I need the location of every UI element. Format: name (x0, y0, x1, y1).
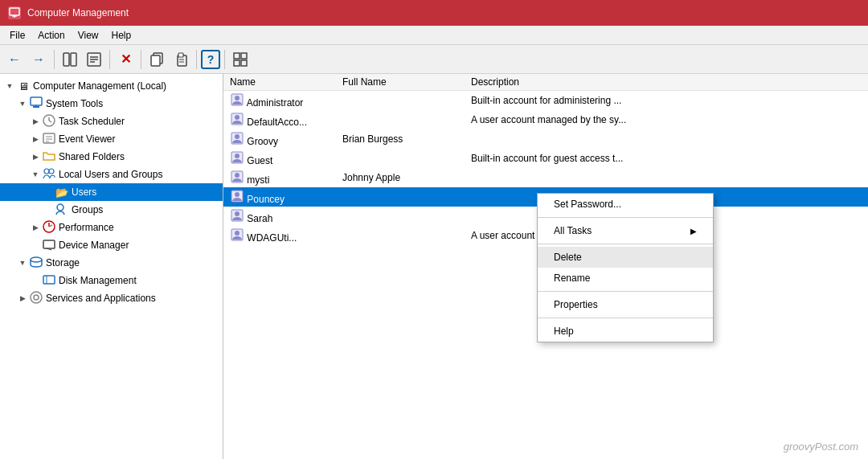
expand-local-users[interactable]: ▼ (29, 170, 42, 178)
svg-rect-19 (31, 97, 42, 105)
col-name[interactable]: Name (223, 74, 336, 91)
svg-point-40 (31, 292, 42, 303)
svg-point-30 (49, 169, 54, 174)
computer-icon: 🖥 (16, 80, 31, 92)
task-scheduler-icon (42, 114, 56, 129)
users-folder-icon: 📂 (55, 186, 69, 199)
expand-event-viewer[interactable]: ▶ (29, 135, 42, 143)
main-area: ▼ 🖥 Computer Management (Local) ▼ System… (0, 74, 868, 459)
cell-description: Built-in account for administering ... (465, 91, 868, 111)
svg-point-47 (235, 134, 240, 139)
cell-fullname: Johnny Apple (336, 168, 465, 187)
svg-rect-18 (241, 60, 247, 66)
context-menu-item[interactable]: Help (538, 321, 713, 342)
expand-performance[interactable]: ▶ (29, 223, 42, 232)
cell-name: Administrator (223, 91, 336, 111)
delete-button[interactable]: ✕ (114, 48, 137, 71)
tree-item-services-apps[interactable]: ▶ Services and Applications (0, 289, 223, 307)
user-row-icon (230, 189, 244, 203)
storage-icon (29, 256, 43, 271)
user-row-icon (230, 131, 244, 145)
help-button[interactable]: ? (201, 50, 220, 69)
ctx-item-label: All Tasks (554, 225, 592, 236)
context-menu-item[interactable]: Rename (538, 268, 713, 289)
toolbar-separator-2 (109, 50, 110, 69)
col-description[interactable]: Description (465, 74, 868, 91)
context-menu-item[interactable]: Properties (538, 294, 713, 315)
expand-storage[interactable]: ▼ (16, 259, 29, 267)
grid-view-button[interactable] (229, 48, 252, 71)
col-fullname[interactable]: Full Name (336, 74, 465, 91)
user-row-icon (230, 150, 244, 165)
tree-item-local-users[interactable]: ▼ Local Users and Groups (0, 166, 223, 183)
table-row[interactable]: Groovy Brian Burgess (223, 129, 868, 149)
svg-rect-3 (63, 53, 69, 66)
svg-rect-16 (241, 53, 247, 59)
expand-task-scheduler[interactable]: ▶ (29, 117, 42, 125)
tree-item-disk-management[interactable]: ▶ Disk Management (0, 272, 223, 289)
ctx-item-label: Properties (554, 299, 598, 310)
expand-system-tools[interactable]: ▼ (16, 100, 29, 108)
cell-name: Groovy (223, 129, 336, 149)
performance-icon (42, 220, 56, 236)
cell-fullname (336, 207, 465, 226)
table-row[interactable]: Administrator Built-in account for admin… (223, 91, 868, 111)
tree-item-performance[interactable]: ▶ Performance (0, 219, 223, 236)
table-row[interactable]: Guest Built-in account for guest access … (223, 149, 868, 168)
context-menu-separator (538, 318, 713, 318)
context-menu-separator (538, 291, 713, 292)
svg-point-57 (235, 231, 240, 236)
tree-item-shared-folders[interactable]: ▶ Shared Folders (0, 148, 223, 166)
svg-point-37 (31, 257, 42, 262)
menu-help[interactable]: Help (105, 28, 138, 43)
paste-button[interactable] (170, 48, 192, 71)
context-menu-item[interactable]: Set Password... (538, 194, 713, 215)
context-menu-item[interactable]: All Tasks▶ (538, 220, 713, 241)
menu-view[interactable]: View (72, 28, 105, 43)
svg-point-51 (235, 173, 240, 178)
disk-management-icon (42, 273, 56, 289)
table-row[interactable]: mysti Johnny Apple (223, 168, 868, 187)
toolbar-separator-3 (141, 50, 141, 69)
context-menu-item[interactable]: Delete (538, 247, 713, 268)
cell-description (465, 129, 868, 149)
menu-action[interactable]: Action (31, 28, 71, 43)
tree-item-storage[interactable]: ▼ Storage (0, 254, 223, 272)
device-manager-icon (42, 238, 56, 253)
back-button[interactable]: ← (3, 48, 26, 71)
submenu-arrow: ▶ (690, 227, 697, 236)
tree-item-system-tools[interactable]: ▼ System Tools (0, 95, 223, 113)
copy-button[interactable] (145, 48, 168, 71)
table-row[interactable]: DefaultAcco... A user account managed by… (223, 110, 868, 129)
ctx-item-label: Delete (554, 252, 582, 263)
context-menu-separator (538, 244, 713, 244)
expand-services[interactable]: ▶ (16, 294, 29, 302)
forward-button[interactable]: → (27, 48, 50, 71)
sidebar: ▼ 🖥 Computer Management (Local) ▼ System… (0, 74, 223, 459)
cell-fullname (336, 149, 465, 168)
svg-point-53 (235, 192, 240, 197)
svg-point-43 (235, 96, 240, 100)
tree-item-groups[interactable]: ▶ Groups (0, 201, 223, 219)
tree-item-event-viewer[interactable]: ▶ Event Viewer (0, 130, 223, 148)
local-users-icon (42, 167, 56, 182)
tree-item-task-scheduler[interactable]: ▶ Task Scheduler (0, 113, 223, 130)
user-row-icon (230, 92, 244, 107)
svg-rect-12 (178, 53, 183, 57)
expand-shared-folders[interactable]: ▶ (29, 153, 42, 161)
tree-item-users[interactable]: ▶ 📂 Users (0, 183, 223, 201)
svg-rect-0 (10, 8, 19, 15)
tree-view: ▼ 🖥 Computer Management (Local) ▼ System… (0, 77, 223, 307)
watermark: groovyPost.com (784, 441, 858, 453)
expand-root[interactable]: ▼ (3, 82, 16, 90)
svg-rect-10 (151, 55, 160, 66)
menu-file[interactable]: File (3, 28, 31, 43)
svg-point-41 (34, 295, 39, 300)
tree-item-device-manager[interactable]: ▶ Device Manager (0, 236, 223, 254)
title-bar: Computer Management (0, 0, 868, 26)
show-hide-button[interactable] (59, 48, 81, 71)
tree-item-root[interactable]: ▼ 🖥 Computer Management (Local) (0, 77, 223, 95)
properties-small-button[interactable] (83, 48, 105, 71)
ctx-item-label: Rename (554, 273, 590, 284)
cell-description: Built-in account for guest access t... (465, 149, 868, 168)
